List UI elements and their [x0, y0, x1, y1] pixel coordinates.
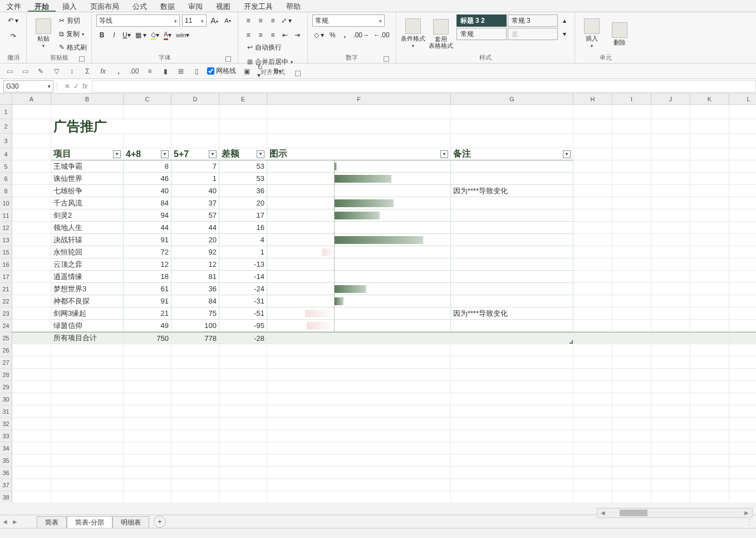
cell-style-normal3[interactable]: 常规 3: [508, 14, 558, 27]
comma-button[interactable]: ,: [339, 29, 350, 41]
menu-tab-6[interactable]: 审阅: [181, 0, 209, 12]
qt-chart-icon[interactable]: ▮: [160, 66, 170, 76]
row-header-25[interactable]: 25: [0, 332, 12, 344]
cell-style-bad[interactable]: 差: [508, 28, 558, 40]
percent-button[interactable]: %: [327, 29, 338, 41]
align-right-button[interactable]: ≡: [267, 29, 278, 41]
cancel-formula-icon[interactable]: ✕: [65, 82, 70, 90]
row-header-21[interactable]: 21: [0, 283, 12, 295]
row-header-37[interactable]: 37: [0, 479, 12, 491]
sheet-nav-next[interactable]: ►: [10, 518, 20, 526]
sheet-tab-0[interactable]: 简表: [37, 516, 67, 529]
sheet-tab-2[interactable]: 明细表: [112, 516, 149, 529]
menu-tab-0[interactable]: 文件: [0, 0, 28, 12]
row-header-28[interactable]: 28: [0, 369, 12, 381]
italic-button[interactable]: I: [109, 29, 120, 41]
qt-pivot-icon[interactable]: ⊞: [176, 66, 186, 76]
paste-button[interactable]: 粘贴▾: [31, 14, 56, 53]
row-header-23[interactable]: 23: [0, 307, 12, 320]
horizontal-scrollbar[interactable]: ◄►: [597, 508, 753, 518]
orientation-button[interactable]: ⤢ ▾: [279, 14, 293, 27]
row-header-12[interactable]: 12: [0, 222, 12, 234]
row-header-22[interactable]: 22: [0, 295, 12, 307]
conditional-format-button[interactable]: 条件格式▾: [401, 14, 425, 53]
col-header-I[interactable]: I: [612, 94, 651, 105]
format-as-table-button[interactable]: 套用 表格格式: [429, 14, 453, 53]
qt-btn-1[interactable]: ▭: [4, 66, 14, 76]
col-header-F[interactable]: F: [267, 94, 451, 105]
row-header-26[interactable]: 26: [0, 344, 12, 356]
bold-button[interactable]: B: [96, 29, 107, 41]
row-header-24[interactable]: 24: [0, 320, 12, 332]
col-header-B[interactable]: B: [51, 94, 124, 105]
row-header-31[interactable]: 31: [0, 405, 12, 418]
row-header-10[interactable]: 10: [0, 197, 12, 209]
merge-center-button[interactable]: ⊞合并后居中▾: [247, 56, 303, 68]
col-header-D[interactable]: D: [171, 94, 219, 105]
cut-button[interactable]: ✂剪切: [59, 14, 87, 27]
shrink-font-button[interactable]: A▾: [222, 14, 233, 27]
font-size-select[interactable]: 11: [182, 14, 207, 27]
table-header-e[interactable]: 差额▼: [219, 148, 267, 160]
cell-style-title[interactable]: 标题 3 2: [456, 14, 507, 27]
table-resize-handle[interactable]: [570, 340, 573, 344]
styles-up-button[interactable]: ▴: [559, 14, 570, 27]
row-header-4[interactable]: 4: [0, 148, 12, 160]
font-color-button[interactable]: A ▾: [162, 29, 173, 41]
align-bottom-button[interactable]: ≡: [267, 14, 278, 27]
qt-comma-icon[interactable]: ,: [114, 66, 124, 76]
col-header-L[interactable]: L: [729, 94, 756, 105]
row-header-6[interactable]: 6: [0, 173, 12, 185]
decrease-decimal-button[interactable]: ←.00: [372, 29, 391, 41]
row-header-11[interactable]: 11: [0, 209, 12, 222]
add-sheet-button[interactable]: +: [154, 516, 166, 528]
redo-button[interactable]: ↷: [8, 30, 19, 42]
align-left-button[interactable]: ≡: [243, 29, 254, 41]
styles-more-button[interactable]: ▾: [559, 28, 570, 40]
increase-decimal-button[interactable]: .00→: [351, 29, 371, 41]
filter-icon[interactable]: ▾: [563, 150, 571, 158]
col-header-H[interactable]: H: [573, 94, 612, 105]
clipboard-launcher[interactable]: [79, 56, 85, 62]
menu-tab-7[interactable]: 视图: [209, 0, 237, 12]
col-header-K[interactable]: K: [690, 94, 729, 105]
table-header-d[interactable]: 5+7▾: [171, 148, 219, 160]
grow-font-button[interactable]: A▴: [209, 14, 220, 27]
qt-filter-icon[interactable]: ▽: [51, 66, 61, 76]
filter-icon[interactable]: ▾: [209, 150, 217, 158]
row-header-2[interactable]: 2: [0, 119, 12, 134]
row-header-33[interactable]: 33: [0, 430, 12, 442]
row-header-29[interactable]: 29: [0, 381, 12, 393]
fill-color-button[interactable]: ◇ ▾: [149, 29, 161, 41]
row-header-1[interactable]: 1: [0, 105, 12, 119]
qt-decimal-icon[interactable]: .00: [129, 66, 139, 76]
menu-tab-3[interactable]: 页面布局: [84, 0, 126, 12]
undo-button[interactable]: ↶ ▾: [6, 14, 20, 27]
wrap-text-button[interactable]: ↩自动换行: [247, 41, 303, 53]
qt-freeze-icon[interactable]: ▯: [192, 66, 202, 76]
row-header-32[interactable]: 32: [0, 418, 12, 430]
row-header-8[interactable]: 8: [0, 185, 12, 197]
qt-eyedrop-icon[interactable]: ✎: [36, 66, 46, 76]
name-box[interactable]: G30▾: [3, 80, 53, 92]
sheet-nav-prev[interactable]: ◄: [0, 518, 10, 526]
gridlines-checkbox[interactable]: 网格线: [207, 66, 236, 76]
menu-tab-2[interactable]: 插入: [56, 0, 84, 12]
col-header-E[interactable]: E: [219, 94, 267, 105]
underline-button[interactable]: U ▾: [121, 29, 132, 41]
row-header-15[interactable]: 15: [0, 246, 12, 258]
delete-cells-button[interactable]: 删除: [607, 14, 632, 53]
sheet-tab-1[interactable]: 简表-分部: [67, 516, 112, 529]
col-header-C[interactable]: C: [124, 94, 171, 105]
filter-icon[interactable]: ▾: [113, 150, 121, 158]
row-header-35[interactable]: 35: [0, 454, 12, 467]
accept-formula-icon[interactable]: ✓: [73, 82, 79, 90]
row-header-16[interactable]: 16: [0, 258, 12, 271]
filter-icon[interactable]: ▾: [440, 150, 448, 158]
font-launcher[interactable]: [225, 56, 231, 62]
phonetic-button[interactable]: wén ▾: [174, 29, 191, 41]
table-header-f[interactable]: 图示▾: [267, 148, 451, 160]
qt-btn-2[interactable]: ▭: [20, 66, 30, 76]
font-name-select[interactable]: 等线: [96, 14, 180, 27]
qt-sort-icon[interactable]: ↕: [67, 66, 77, 76]
